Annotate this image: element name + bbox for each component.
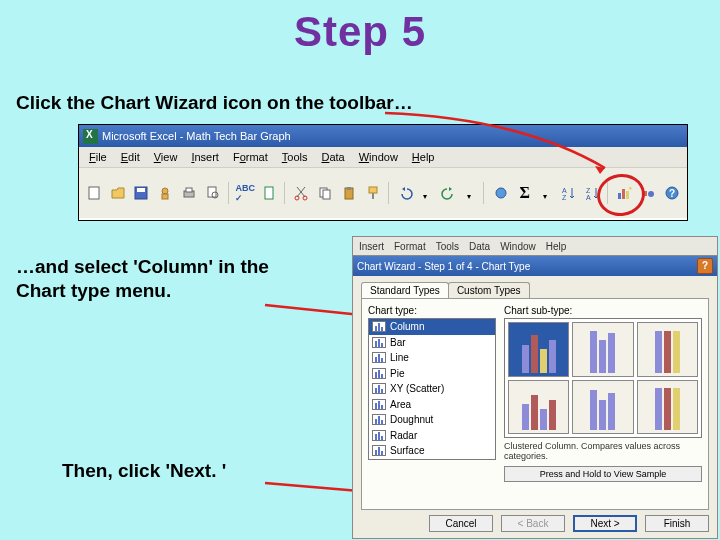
new-icon[interactable] xyxy=(83,181,105,205)
undo-dropdown-icon[interactable]: ▾ xyxy=(414,184,436,208)
bg-menu-window[interactable]: Window xyxy=(500,241,536,252)
save-icon[interactable] xyxy=(131,181,153,205)
svg-text:Z: Z xyxy=(562,194,567,201)
svg-rect-0 xyxy=(89,187,99,199)
bg-menu-tools[interactable]: Tools xyxy=(436,241,459,252)
dialog-title: Chart Wizard - Step 1 of 4 - Chart Type xyxy=(357,261,530,272)
redo-dropdown-icon[interactable]: ▾ xyxy=(458,184,480,208)
redo-icon[interactable] xyxy=(438,181,460,205)
cancel-button[interactable]: Cancel xyxy=(429,515,493,532)
svg-rect-2 xyxy=(137,188,145,192)
toolbar-separator xyxy=(483,182,486,204)
bg-menu-format[interactable]: Format xyxy=(394,241,426,252)
chart-type-icon xyxy=(372,368,386,379)
chart-type-area[interactable]: Area xyxy=(369,397,495,413)
bg-menu-data[interactable]: Data xyxy=(469,241,490,252)
subtype-description: Clustered Column. Compares values across… xyxy=(504,442,702,462)
subtype-2[interactable] xyxy=(572,322,633,377)
chart-type-bar[interactable]: Bar xyxy=(369,335,495,351)
chart-wizard-area: Insert Format Tools Data Window Help Cha… xyxy=(352,236,718,538)
chart-type-icon xyxy=(372,430,386,441)
excel-window: Microsoft Excel - Math Tech Bar Graph Fi… xyxy=(78,124,688,221)
chart-type-icon xyxy=(372,445,386,456)
subtype-4[interactable] xyxy=(508,380,569,435)
bg-menu-help[interactable]: Help xyxy=(546,241,567,252)
slide-title: Step 5 xyxy=(0,8,720,56)
svg-text:A: A xyxy=(562,187,567,194)
research-icon[interactable] xyxy=(258,181,280,205)
format-painter-icon[interactable] xyxy=(362,181,384,205)
chart-wizard-icon[interactable] xyxy=(614,181,636,205)
subtype-5[interactable] xyxy=(572,380,633,435)
subtype-1[interactable] xyxy=(508,322,569,377)
svg-rect-23 xyxy=(618,193,621,199)
tab-custom-types[interactable]: Custom Types xyxy=(448,282,530,298)
hyperlink-icon[interactable] xyxy=(490,181,512,205)
menu-format[interactable]: Format xyxy=(227,149,274,165)
dialog-tabs: Standard Types Custom Types xyxy=(353,276,717,298)
autosum-icon[interactable]: Σ xyxy=(514,181,536,205)
chart-type-icon xyxy=(372,352,386,363)
subtype-3[interactable] xyxy=(637,322,698,377)
excel-menubar: File Edit View Insert Format Tools Data … xyxy=(79,147,687,168)
svg-rect-24 xyxy=(622,189,625,199)
menu-data[interactable]: Data xyxy=(315,149,350,165)
autosum-dropdown-icon[interactable]: ▾ xyxy=(534,184,556,208)
toolbar-separator xyxy=(228,182,231,204)
permission-icon[interactable] xyxy=(154,181,176,205)
cut-icon[interactable] xyxy=(291,181,313,205)
excel-titlebar: Microsoft Excel - Math Tech Bar Graph xyxy=(79,125,687,147)
chart-type-icon xyxy=(372,383,386,394)
excel-toolbar: ABC✓ ▾ ▾ Σ ▾ AZ ZA ? xyxy=(79,168,687,218)
menu-view[interactable]: View xyxy=(148,149,184,165)
chart-type-label: Doughnut xyxy=(390,414,433,425)
menu-help[interactable]: Help xyxy=(406,149,441,165)
spellcheck-icon[interactable]: ABC✓ xyxy=(234,181,256,205)
subtype-6[interactable] xyxy=(637,380,698,435)
help-icon[interactable]: ? xyxy=(661,181,683,205)
open-icon[interactable] xyxy=(107,181,129,205)
print-icon[interactable] xyxy=(178,181,200,205)
chart-type-pie[interactable]: Pie xyxy=(369,366,495,382)
sort-asc-icon[interactable]: AZ xyxy=(557,181,579,205)
dialog-button-row: Cancel < Back Next > Finish xyxy=(361,515,709,532)
chart-type-column[interactable]: Column xyxy=(369,319,495,335)
menu-edit[interactable]: Edit xyxy=(115,149,146,165)
next-button[interactable]: Next > xyxy=(573,515,637,532)
chart-type-icon xyxy=(372,414,386,425)
chart-type-label: XY (Scatter) xyxy=(390,383,444,394)
undo-icon[interactable] xyxy=(394,181,416,205)
back-button[interactable]: < Back xyxy=(501,515,565,532)
chart-type-line[interactable]: Line xyxy=(369,350,495,366)
chart-type-radar[interactable]: Radar xyxy=(369,428,495,444)
label-chart-type: Chart type: xyxy=(368,305,496,316)
toolbar-separator xyxy=(284,182,287,204)
paste-icon[interactable] xyxy=(338,181,360,205)
chart-type-doughnut[interactable]: Doughnut xyxy=(369,412,495,428)
hold-sample-button[interactable]: Press and Hold to View Sample xyxy=(504,466,702,482)
bg-menu-insert[interactable]: Insert xyxy=(359,241,384,252)
svg-point-18 xyxy=(496,188,506,198)
svg-rect-26 xyxy=(642,191,647,196)
menu-tools[interactable]: Tools xyxy=(276,149,314,165)
menu-window[interactable]: Window xyxy=(353,149,404,165)
chart-type-icon xyxy=(372,321,386,332)
chart-type-label: Radar xyxy=(390,430,417,441)
menu-insert[interactable]: Insert xyxy=(185,149,225,165)
chart-type-surface[interactable]: Surface xyxy=(369,443,495,459)
chart-type-bubble[interactable]: Bubble xyxy=(369,459,495,461)
svg-rect-17 xyxy=(372,193,374,199)
sort-desc-icon[interactable]: ZA xyxy=(581,181,603,205)
excel-logo-icon xyxy=(83,129,98,144)
chart-type-list[interactable]: ColumnBarLinePieXY (Scatter)AreaDoughnut… xyxy=(368,318,496,460)
menu-file[interactable]: File xyxy=(83,149,113,165)
tab-standard-types[interactable]: Standard Types xyxy=(361,282,449,298)
drawing-icon[interactable] xyxy=(637,181,659,205)
preview-icon[interactable] xyxy=(202,181,224,205)
subtype-grid[interactable] xyxy=(504,318,702,438)
dialog-help-icon[interactable]: ? xyxy=(697,258,713,274)
finish-button[interactable]: Finish xyxy=(645,515,709,532)
copy-icon[interactable] xyxy=(314,181,336,205)
svg-rect-15 xyxy=(347,187,351,190)
chart-type-xyscatter[interactable]: XY (Scatter) xyxy=(369,381,495,397)
